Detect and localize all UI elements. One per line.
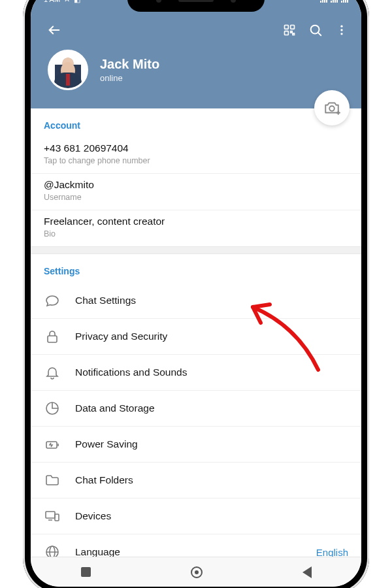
nav-back-button[interactable] — [302, 566, 312, 578]
account-bio-sub: Bio — [44, 229, 348, 238]
svg-rect-2 — [291, 25, 295, 29]
chat-icon — [44, 292, 61, 309]
settings-item-label: Notifications and Sounds — [75, 367, 348, 378]
settings-item-label: Power Saving — [75, 438, 348, 450]
account-phone: +43 681 20697404 — [44, 142, 348, 154]
account-phone-row[interactable]: +43 681 20697404 Tap to change phone num… — [31, 137, 361, 174]
pie-icon — [44, 400, 61, 417]
account-bio-row[interactable]: Freelancer, content creator Bio — [31, 210, 361, 246]
devices-icon — [44, 508, 61, 525]
content: Account +43 681 20697404 Tap to change p… — [31, 108, 361, 570]
screen: 1 AM ✕ ◧ — [31, 0, 361, 587]
svg-rect-20 — [55, 514, 59, 521]
search-icon — [308, 23, 323, 37]
svg-rect-14 — [48, 336, 57, 342]
svg-rect-1 — [285, 25, 289, 29]
settings-item-chat-settings[interactable]: Chat Settings — [31, 283, 361, 319]
settings-item-label: Chat Folders — [75, 474, 348, 486]
svg-line-7 — [318, 33, 321, 35]
profile-name: Jack Mito — [100, 57, 159, 72]
nav-home-button[interactable] — [191, 566, 203, 578]
account-section-title: Account — [31, 108, 361, 137]
android-navbar — [31, 557, 361, 587]
settings-item-label: Chat Settings — [75, 295, 348, 306]
account-bio: Freelancer, content creator — [44, 216, 348, 227]
svg-rect-18 — [46, 512, 55, 518]
settings-item-label: Privacy and Security — [75, 331, 348, 342]
lock-icon — [44, 328, 61, 345]
profile-status: online — [100, 73, 159, 83]
dnd-icon: ✕ — [64, 0, 70, 4]
nav-recent-button[interactable] — [81, 567, 91, 577]
svg-point-10 — [340, 33, 342, 35]
search-button[interactable] — [302, 17, 329, 43]
svg-point-8 — [340, 25, 342, 27]
camera-plus-icon — [323, 99, 340, 116]
qr-icon — [283, 24, 296, 37]
bell-icon — [44, 364, 61, 381]
more-vertical-icon — [335, 24, 348, 37]
settings-item-value: English — [316, 547, 348, 558]
more-button[interactable] — [329, 17, 355, 43]
account-username: @Jackmito — [44, 179, 348, 191]
account-phone-sub: Tap to change phone number — [44, 156, 348, 165]
settings-item-power-saving[interactable]: Power Saving — [31, 427, 361, 463]
account-username-row[interactable]: @Jackmito Username — [31, 174, 361, 210]
notch — [127, 0, 265, 12]
back-button[interactable] — [41, 17, 67, 43]
settings-section-title: Settings — [31, 254, 361, 283]
settings-list: Chat Settings Privacy and Security Notif… — [31, 283, 361, 570]
svg-rect-4 — [291, 31, 293, 33]
section-gap — [31, 246, 361, 254]
avatar[interactable] — [48, 50, 88, 90]
app-icon: ◧ — [74, 0, 80, 4]
status-time: 1 AM — [44, 0, 60, 3]
qr-button[interactable] — [276, 17, 302, 43]
account-username-sub: Username — [44, 193, 348, 202]
settings-item-privacy-security[interactable]: Privacy and Security — [31, 319, 361, 355]
settings-item-data-storage[interactable]: Data and Storage — [31, 391, 361, 427]
settings-item-label: Data and Storage — [75, 402, 348, 414]
svg-rect-5 — [293, 33, 295, 35]
back-arrow-icon — [47, 23, 61, 37]
settings-item-chat-folders[interactable]: Chat Folders — [31, 463, 361, 498]
profile-header: Jack Mito online — [31, 10, 361, 108]
svg-rect-3 — [285, 31, 289, 35]
folder-icon — [44, 472, 61, 489]
change-photo-button[interactable] — [314, 90, 350, 125]
battery-icon — [44, 436, 61, 453]
phone-frame: 1 AM ✕ ◧ — [23, 0, 369, 588]
svg-point-9 — [340, 29, 342, 31]
status-right — [319, 0, 348, 3]
settings-item-notifications[interactable]: Notifications and Sounds — [31, 355, 361, 391]
svg-point-11 — [329, 106, 335, 111]
settings-item-label: Devices — [75, 510, 348, 522]
settings-item-devices[interactable]: Devices — [31, 498, 361, 534]
